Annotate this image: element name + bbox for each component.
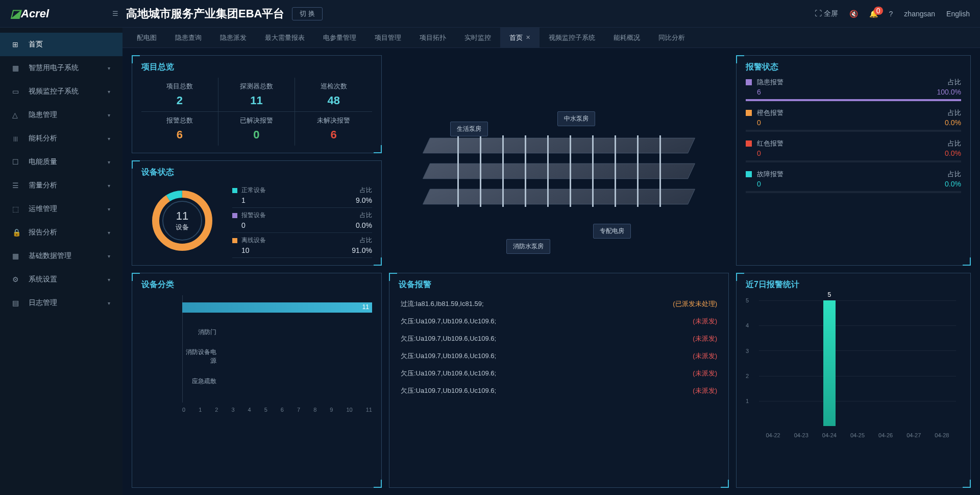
alarm-status: (已派发未处理) <box>673 299 717 309</box>
stat-label: 项目总数 <box>141 82 218 91</box>
pct-header: 占比 <box>360 186 372 195</box>
alarm-item[interactable]: 欠压:Ua109.7,Ub109.6,Uc109.6;(未派发) <box>399 330 719 347</box>
tab-7[interactable]: 实时监控 <box>455 28 500 48</box>
stat-item: 已解决报警0 <box>218 112 296 146</box>
nav-item-2[interactable]: ▭视频监控子系统▾ <box>0 80 122 103</box>
nav-icon: ☰ <box>12 181 21 190</box>
legend-swatch <box>746 171 752 177</box>
panel-3d-view[interactable]: 生活泵房 中水泵房 消防水泵房 专配电房 <box>389 55 729 266</box>
stat-label: 巡检次数 <box>295 82 372 91</box>
alarm-item[interactable]: 过流:Ia81.6,Ib81.59,Ic81.59;(已派发未处理) <box>399 295 719 313</box>
panel-alarm-status: 报警状态 隐患报警占比6100.0%橙色报警占比00.0%红色报警占比00.0%… <box>736 55 971 266</box>
panel-device-alarms: 设备报警 过流:Ia81.6,Ib81.59,Ic81.59;(已派发未处理)欠… <box>389 273 729 488</box>
tab-8[interactable]: 首页✕ <box>500 28 540 48</box>
logo-icon: ◪ <box>10 7 21 20</box>
nav-icon: ⬚ <box>12 205 21 213</box>
nav-item-3[interactable]: △隐患管理▾ <box>0 103 122 127</box>
logo-text: Acrel <box>21 7 49 20</box>
pct-header: 占比 <box>360 211 372 220</box>
y-tick: 4 <box>746 322 749 328</box>
alarm-status: (未派发) <box>693 386 717 395</box>
nav-label: 隐患管理 <box>29 110 57 120</box>
alarm-item[interactable]: 欠压:Ua109.7,Ub109.6,Uc109.6;(未派发) <box>399 313 719 330</box>
tab-10[interactable]: 能耗概况 <box>604 28 649 48</box>
alarm-item[interactable]: 欠压:Ua109.7,Ub109.6,Uc109.6;(未派发) <box>399 382 719 399</box>
pct-header: 占比 <box>360 236 372 245</box>
nav-item-8[interactable]: 🔒报告分析▾ <box>0 221 122 244</box>
y-tick: 1 <box>746 398 749 404</box>
chevron-down-icon: ▾ <box>108 136 110 142</box>
tab-4[interactable]: 电参量管理 <box>314 28 365 48</box>
nav-item-10[interactable]: ⚙系统设置▾ <box>0 268 122 291</box>
x-tick: 04-22 <box>766 432 780 438</box>
legend-label: 报警设备 <box>241 211 266 220</box>
notification-badge: 0 <box>874 7 883 15</box>
tab-label: 视频监控子系统 <box>549 33 595 42</box>
alarm-item[interactable]: 欠压:Ua109.7,Ub109.6,Uc109.6;(未派发) <box>399 365 719 382</box>
nav-label: 运维管理 <box>29 204 57 214</box>
nav-item-7[interactable]: ⬚运维管理▾ <box>0 197 122 221</box>
tab-11[interactable]: 同比分析 <box>649 28 694 48</box>
marker-life-pump[interactable]: 生活泵房 <box>450 122 488 136</box>
close-icon[interactable]: ✕ <box>526 34 530 41</box>
fullscreen-button[interactable]: ⛶ 全屏 <box>815 9 838 18</box>
tab-label: 实时监控 <box>464 33 491 42</box>
nav-item-0[interactable]: ⊞首页 <box>0 33 122 56</box>
tab-0[interactable]: 配电图 <box>128 28 166 48</box>
stat-item: 项目总数2 <box>141 78 218 112</box>
chevron-down-icon: ▾ <box>108 89 110 95</box>
marker-fire-pump[interactable]: 消防水泵房 <box>506 239 550 254</box>
x-tick: 1 <box>199 407 202 413</box>
nav-item-9[interactable]: ▦基础数据管理▾ <box>0 244 122 268</box>
tab-6[interactable]: 项目拓扑 <box>410 28 455 48</box>
nav-item-6[interactable]: ☰需量分析▾ <box>0 174 122 197</box>
switch-button[interactable]: 切 换 <box>292 7 323 20</box>
nav-label: 系统设置 <box>29 275 57 284</box>
nav-icon: ▦ <box>12 64 21 72</box>
panel-title: 近7日报警统计 <box>746 279 961 290</box>
stat-item: 报警总数6 <box>141 112 218 146</box>
username[interactable]: zhangsan <box>904 10 935 18</box>
nav-item-1[interactable]: ▦智慧用电子系统▾ <box>0 56 122 80</box>
stat-label: 未解决报警 <box>295 116 372 125</box>
tab-5[interactable]: 项目管理 <box>365 28 410 48</box>
tab-9[interactable]: 视频监控子系统 <box>540 28 604 48</box>
count-value: 6 <box>757 88 761 96</box>
nav-label: 视频监控子系统 <box>29 87 79 96</box>
bell-icon[interactable]: 🔔0 <box>869 10 878 18</box>
hbar-fill: 11 <box>182 302 372 313</box>
help-icon[interactable]: ? <box>889 10 893 18</box>
count-value: 0 <box>757 149 761 157</box>
tab-3[interactable]: 最大需量报表 <box>256 28 314 48</box>
nav-item-5[interactable]: ☐电能质量▾ <box>0 150 122 174</box>
tab-1[interactable]: 隐患查询 <box>166 28 211 48</box>
alarm-text: 过流:Ia81.6,Ib81.59,Ic81.59; <box>401 299 484 309</box>
nav-label: 报告分析 <box>29 228 57 237</box>
nav-item-4[interactable]: ⫼能耗分析▾ <box>0 127 122 150</box>
tab-2[interactable]: 隐患派发 <box>211 28 256 48</box>
device-status-row: 正常设备占比19.0% <box>232 183 372 208</box>
nav-label: 日志管理 <box>29 298 57 308</box>
marker-water-pump[interactable]: 中水泵房 <box>557 111 595 126</box>
nav-label: 基础数据管理 <box>29 251 71 261</box>
panel-title: 报警状态 <box>746 62 961 73</box>
chevron-down-icon: ▾ <box>108 300 110 306</box>
language-switch[interactable]: English <box>946 10 970 18</box>
mute-icon[interactable]: 🔇 <box>849 10 858 18</box>
menu-toggle-icon[interactable]: ☰ <box>112 10 118 17</box>
pct-header: 占比 <box>948 170 961 179</box>
count-value: 1 <box>241 196 246 204</box>
alarm-status: (未派发) <box>693 334 717 343</box>
donut-chart: 11 设备 <box>141 183 223 258</box>
panel-title: 项目总览 <box>141 62 372 73</box>
alarm-text: 欠压:Ua109.7,Ub109.6,Uc109.6; <box>401 386 496 395</box>
marker-power-room[interactable]: 专配电房 <box>593 224 631 239</box>
x-tick: 04-27 <box>906 432 921 438</box>
alarm-item[interactable]: 欠压:Ua109.7,Ub109.6,Uc109.6;(未派发) <box>399 347 719 365</box>
x-tick: 7 <box>297 407 300 413</box>
nav-label: 能耗分析 <box>29 134 57 143</box>
pct-header: 占比 <box>948 139 961 148</box>
legend-label: 故障报警 <box>757 170 783 179</box>
nav-item-11[interactable]: ▤日志管理▾ <box>0 291 122 315</box>
legend-swatch <box>232 213 237 218</box>
